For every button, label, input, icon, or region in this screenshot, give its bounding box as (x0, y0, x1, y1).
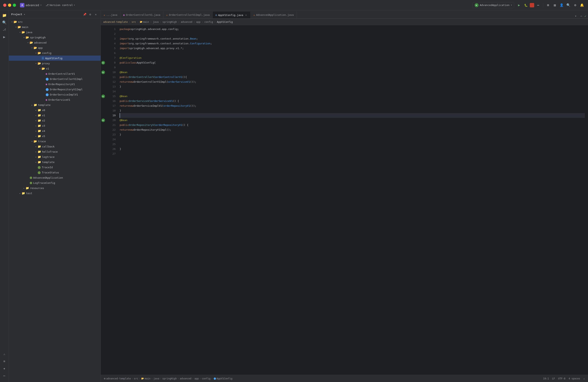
run-config-selector[interactable]: ▶ AdvancedApplication ▾ (472, 2, 514, 8)
sidebar-icon-problems[interactable]: ⚠ (1, 351, 8, 357)
status-path-app[interactable]: app (194, 377, 199, 380)
tree-item-LogTraceConfig[interactable]: ⬤ LogTraceConfig (9, 180, 101, 185)
sidebar-icon-run[interactable]: ▶ (1, 34, 8, 40)
tree-item-v4[interactable]: ▸ 📁 v4 (9, 128, 101, 134)
tab-options-button[interactable]: ⋯ (579, 14, 584, 18)
tree-item-helloTrace[interactable]: ▸ 📁 helloTrace (9, 149, 101, 154)
run-bean2-icon[interactable] (101, 95, 105, 98)
tree-item-template[interactable]: ▸ 📁 template (9, 102, 101, 108)
tree-item-OrderServiceImplV1[interactable]: ⬤ OrderServiceImplV1 (9, 92, 101, 97)
sidebar-icon-more[interactable]: ⋯ (1, 372, 8, 379)
tree-item-template2[interactable]: ▸ 📁 template (9, 159, 101, 165)
search-everywhere-icon[interactable]: 🔍 (566, 2, 571, 8)
tree-item-OrderRepositoryV1Impl[interactable]: ⬤ OrderRepositoryV1Impl (9, 87, 101, 92)
run-bean1-icon[interactable] (101, 71, 105, 74)
run-button[interactable]: ▶ (516, 2, 522, 8)
settings-icon[interactable]: ⚙ (572, 2, 578, 8)
status-warnings-icon[interactable]: ⚠ (583, 377, 585, 380)
tree-item-TraceId[interactable]: ⬤ TraceId (9, 165, 101, 170)
breadcrumb-advanced-template[interactable]: advanced-template (103, 20, 128, 23)
debug-button[interactable]: 🐛 (523, 2, 529, 8)
tab-java[interactable]: ☕ ...java (101, 11, 120, 18)
tree-item-logtrace[interactable]: ▸ 📁 logtrace (9, 154, 101, 159)
tree-item-v0[interactable]: ▸ 📁 v0 (9, 108, 101, 113)
tree-item-trace[interactable]: ▾ 📂 trace (9, 139, 101, 144)
status-path-src[interactable]: src (134, 377, 138, 380)
tree-item-java[interactable]: ▾ 📂 java (9, 30, 101, 35)
run-bean3-icon[interactable] (101, 118, 105, 122)
tree-item-AdvancedApplication[interactable]: ⬤ AdvancedApplication (9, 175, 101, 180)
sidebar-icon-search[interactable]: 🔍 (1, 19, 8, 26)
stop-button[interactable] (530, 3, 534, 7)
gutter-line-7 (101, 56, 106, 60)
tree-item-proxy[interactable]: ▾ 📂 proxy (9, 61, 101, 66)
tree-item-TraceStatus[interactable]: ⬤ TraceStatus (9, 170, 101, 175)
diagram-icon[interactable]: ⊞ (545, 2, 551, 8)
sidebar-icon-services[interactable]: ◈ (1, 365, 8, 372)
sidebar-icon-terminal[interactable]: ⊞ (1, 358, 8, 364)
tree-item-v2[interactable]: ▸ 📁 v2 (9, 118, 101, 123)
ln-12: 12 (106, 79, 116, 84)
tree-item-OrderServiceV1[interactable]: ◉ OrderServiceV1 (9, 97, 101, 102)
status-path-advanced[interactable]: advanced (180, 377, 191, 380)
tree-item-main[interactable]: ▾ 📂 main (9, 24, 101, 30)
status-path-root[interactable]: ⊞ (104, 377, 105, 380)
tab-OrderControllerV1Impl[interactable]: ☕ OrderControllerV1Impl.java (163, 11, 213, 18)
breadcrumb-advanced2[interactable]: advanced (181, 20, 192, 23)
status-path-config[interactable]: config (202, 377, 210, 380)
tree-item-OrderControllerV1Impl[interactable]: ⬤ OrderControllerV1Impl (9, 76, 101, 81)
breadcrumb-src[interactable]: src (132, 20, 136, 23)
tree-item-advanced[interactable]: ▾ 📂 advanced (9, 40, 101, 45)
breadcrumb-springHigh[interactable]: springHigh (162, 20, 177, 23)
breadcrumb-java[interactable]: java (153, 20, 159, 23)
tree-item-v1t[interactable]: ▸ 📁 v1 (9, 113, 101, 118)
tree-item-AppV1Config[interactable]: ☰ AppV1Config (9, 56, 101, 61)
tree-item-resources[interactable]: ▸ 📁 resources (9, 185, 101, 191)
vcs-button[interactable]: ⎇ Version control ▾ (44, 3, 77, 7)
status-path-class[interactable]: ⬤AppV1Config (214, 377, 232, 380)
tab-list-button[interactable]: ▾ (573, 14, 578, 18)
panel-action-pin[interactable]: 📌 (82, 12, 87, 17)
tree-item-springHigh[interactable]: ▾ 📂 springHigh (9, 35, 101, 40)
profile-icon[interactable]: 👤 (559, 2, 564, 8)
tree-item-test[interactable]: ▸ 📁 test (9, 191, 101, 196)
status-encoding[interactable]: UTF-8 (558, 377, 566, 380)
status-path-main[interactable]: 📂main (141, 377, 150, 380)
tree-item-v5[interactable]: ▸ 📁 v5 (9, 134, 101, 139)
status-path-project[interactable]: advanced-template (106, 377, 131, 380)
layout-icon[interactable]: ▤ (552, 2, 558, 8)
more-run-options-icon[interactable]: ⋯ (535, 2, 541, 8)
sidebar-icon-project[interactable]: 📁 (1, 12, 8, 18)
tab-AppV1Config[interactable]: ⚙ AppV1Config.java ✕ (213, 12, 251, 19)
run-class-icon[interactable] (101, 61, 105, 65)
tree-item-v1[interactable]: ▾ 📂 v1 (9, 66, 101, 71)
status-path-java[interactable]: java (153, 377, 159, 380)
project-selector[interactable]: A advanced ▾ (20, 3, 42, 7)
status-indent[interactable]: 4 spaces (568, 377, 580, 380)
tree-item-v3[interactable]: ▸ 📁 v3 (9, 123, 101, 128)
tree-item-app[interactable]: ▾ 📂 app (9, 45, 101, 50)
tab-AdvancedApplication[interactable]: ☕ AdvancedApplication.java (251, 11, 297, 18)
tree-item-OrderControllerV1[interactable]: ◉ OrderControllerV1 (9, 71, 101, 76)
fullscreen-button[interactable] (13, 4, 16, 7)
notifications-icon[interactable]: 🔔 (579, 2, 585, 8)
code-editor[interactable]: package springHigh.advanced.app.config; … (118, 25, 585, 375)
panel-action-close[interactable]: ✕ (93, 12, 98, 17)
tree-item-src[interactable]: ▾ 📂 src (9, 19, 101, 24)
breadcrumb-main[interactable]: 📂main (140, 20, 149, 23)
status-position[interactable]: 19:1 (543, 377, 549, 380)
tab-close-button[interactable]: ✕ (244, 13, 248, 17)
breadcrumb-config[interactable]: config (204, 20, 213, 23)
sidebar-icon-git[interactable]: ⎇ (1, 26, 8, 33)
breadcrumb-app[interactable]: app (196, 20, 201, 23)
tab-OrderControllerV1[interactable]: ◉ OrderControllerV1.java (120, 11, 163, 18)
panel-action-options[interactable]: ⚙ (88, 12, 93, 17)
breadcrumb-AppV1Config[interactable]: AppV1Config (217, 20, 232, 23)
minimize-button[interactable] (8, 4, 11, 7)
tree-item-config[interactable]: ▾ 📂 config (9, 50, 101, 56)
tree-item-callback[interactable]: ▸ 📁 callback (9, 144, 101, 149)
status-line-ending[interactable]: LF (552, 377, 555, 380)
tree-item-OrderRepositoryV1[interactable]: ◉ OrderRepositoryV1 (9, 81, 101, 87)
status-path-springHigh[interactable]: springHigh (162, 377, 177, 380)
close-button[interactable] (3, 4, 6, 7)
